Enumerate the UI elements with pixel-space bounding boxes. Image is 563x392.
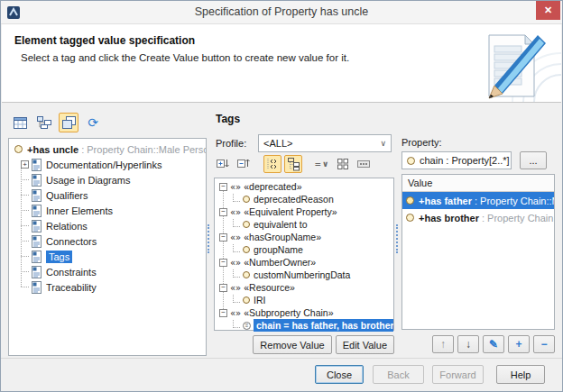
value-icon	[406, 214, 414, 222]
collapse-nodes-button[interactable]	[235, 155, 253, 173]
tree-view-button[interactable]	[34, 113, 54, 132]
compact-view-button[interactable]	[355, 155, 373, 173]
group-by-stereotype-toggle[interactable]	[284, 155, 302, 173]
stereotype-row[interactable]: − «» «hasGroupName»	[215, 231, 393, 243]
tag-icon	[243, 246, 250, 253]
tag-row[interactable]: groupName	[215, 243, 393, 256]
close-window-button[interactable]: ✕	[536, 1, 560, 20]
tree-node-inner-elements[interactable]: Inner Elements	[9, 203, 206, 218]
tree-connector	[21, 179, 29, 180]
edit-button[interactable]: ✎	[483, 335, 504, 353]
stereotype-icon: «»	[230, 308, 241, 318]
tree-connector	[21, 210, 29, 211]
tree-node-traceability[interactable]: Traceability	[9, 279, 206, 295]
browse-property-button[interactable]: ...	[520, 151, 547, 169]
move-down-button[interactable]: ↓	[457, 335, 479, 353]
stereotype-row[interactable]: − «» «Resource»	[215, 281, 393, 294]
property-label: Property:	[401, 137, 442, 148]
node-label: Qualifiers	[46, 190, 88, 201]
back-button[interactable]: Back	[373, 365, 424, 384]
remove-value-mini-button[interactable]: −	[533, 335, 555, 353]
move-up-button[interactable]: ↑	[432, 335, 454, 353]
table-view-button[interactable]	[10, 113, 30, 132]
section-icon	[31, 189, 42, 202]
add-value-button[interactable]: +	[508, 335, 530, 353]
show-default-values-button[interactable]: =∨	[313, 155, 331, 173]
collapse-icon[interactable]: −	[219, 208, 227, 216]
section-icon	[31, 205, 42, 217]
element-tree-toolbar: ⟳	[10, 113, 103, 132]
node-label: Constraints	[46, 267, 97, 278]
tag-row[interactable]: equivalent to	[215, 218, 393, 231]
collapse-icon[interactable]: −	[219, 284, 227, 292]
left-splitter-handle[interactable]	[208, 224, 209, 253]
tag-label: deprecatedReason	[254, 194, 334, 205]
slot-row-selected[interactable]: ≡ chain = has father, has brother	[215, 319, 393, 332]
collapse-icon[interactable]: −	[219, 233, 227, 242]
plus-icon: +	[515, 338, 521, 351]
stereotype-row[interactable]: − «» «NumberOwner»	[215, 256, 393, 269]
tree-connector	[233, 218, 240, 227]
specification-sections-tree: +has uncle : Property Chain::Male Person…	[8, 138, 207, 356]
tag-label: IRI	[254, 295, 265, 305]
tag-row[interactable]: deprecatedReason	[215, 193, 393, 205]
right-splitter-handle[interactable]	[396, 224, 398, 253]
grid-view-button[interactable]	[334, 155, 352, 173]
stereotype-label: «NumberOwner»	[244, 257, 316, 268]
value-column-header: Value	[402, 175, 554, 192]
tree-root-element[interactable]: +has uncle : Property Chain::Male Person…	[9, 141, 206, 157]
expand-icon[interactable]: +	[21, 160, 29, 169]
collapse-icon[interactable]: −	[219, 259, 227, 267]
collapse-icon[interactable]: −	[219, 309, 227, 317]
up-arrow-icon: ↑	[440, 338, 446, 351]
tag-label: customNumberingData	[254, 269, 350, 280]
down-arrow-icon: ↓	[466, 338, 471, 351]
banner-title: Element tagged value specification	[14, 34, 195, 47]
refresh-button[interactable]: ⟳	[83, 113, 103, 132]
section-icon	[31, 251, 42, 263]
specification-dialog: Specification of Property has uncle ✕ El…	[0, 0, 563, 392]
tag-label: groupName	[254, 244, 303, 255]
property-field[interactable]: chain : Property[2..*]	[401, 151, 512, 169]
stereotype-row[interactable]: − «» «Equivalent Property»	[215, 205, 393, 218]
slot-icon: ≡	[243, 322, 251, 330]
profile-select[interactable]: <ALL> ∨	[258, 134, 392, 152]
pencil-icon: ✎	[489, 338, 498, 351]
tree-node-documentation[interactable]: + Documentation/Hyperlinks	[9, 157, 206, 172]
collapse-icon[interactable]: −	[219, 183, 227, 191]
collapse-nodes-icon	[236, 157, 251, 171]
stereotype-icon: «»	[230, 283, 241, 293]
tag-label: equivalent to	[254, 219, 308, 230]
slot-value-selected: chain = has father, has brother	[254, 319, 393, 332]
tree-node-tags-selected[interactable]: Tags	[9, 249, 206, 264]
stereotype-row[interactable]: − «» «deprecated»	[215, 180, 393, 193]
tree-node-constraints[interactable]: Constraints	[9, 264, 206, 279]
stereotype-icon: «»	[230, 182, 241, 192]
default-value-icon: =∨	[315, 160, 330, 169]
remove-value-button[interactable]: Remove Value	[253, 335, 331, 354]
value-type: : Property Chain::M...	[475, 196, 554, 206]
expand-nodes-icon	[216, 157, 230, 171]
tag-icon	[243, 221, 250, 228]
close-button[interactable]: Close	[315, 365, 364, 384]
value-row-selected[interactable]: +has father : Property Chain::M...	[402, 192, 554, 209]
tags-toolbar: =∨	[214, 155, 373, 173]
tag-row[interactable]: customNumberingData	[215, 269, 393, 281]
tag-icon	[243, 196, 250, 203]
tree-node-relations[interactable]: Relations	[9, 218, 206, 233]
tree-connector	[233, 294, 240, 303]
tree-node-connectors[interactable]: Connectors	[9, 233, 206, 249]
tree-node-usage[interactable]: Usage in Diagrams	[9, 172, 206, 187]
tag-row[interactable]: IRI	[215, 294, 393, 306]
tree-node-qualifiers[interactable]: Qualifiers	[9, 187, 206, 203]
standard-mode-button[interactable]	[59, 113, 78, 132]
help-button[interactable]: Help	[496, 365, 545, 384]
stereotype-row[interactable]: − «» «Subproperty Chain»	[215, 306, 393, 319]
expand-nodes-button[interactable]	[214, 155, 232, 173]
forward-button[interactable]: Forward	[432, 365, 484, 384]
tag-icon	[243, 296, 250, 304]
edit-value-button[interactable]: Edit Value	[336, 335, 394, 354]
value-row[interactable]: +has brother : Property Chain::...	[402, 209, 554, 226]
compact-box-icon	[356, 160, 371, 169]
show-tags-with-values-toggle[interactable]	[263, 155, 282, 173]
